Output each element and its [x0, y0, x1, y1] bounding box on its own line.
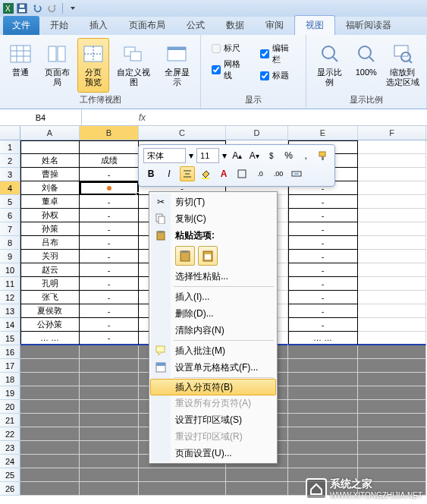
row-header-18[interactable]: 18: [0, 373, 20, 386]
cell[interactable]: [288, 373, 358, 386]
cell[interactable]: -: [288, 263, 358, 277]
col-B[interactable]: B: [80, 126, 139, 140]
cell[interactable]: -: [80, 168, 139, 181]
cell[interactable]: -: [288, 195, 358, 209]
mini-align-center-icon[interactable]: [180, 166, 195, 181]
cell[interactable]: [20, 427, 80, 441]
cell[interactable]: -: [288, 304, 358, 318]
cell[interactable]: 夏侯敦: [20, 304, 80, 318]
zoom-100-button[interactable]: 100%: [350, 38, 382, 93]
cell[interactable]: [80, 140, 139, 154]
mini-font-dropdown-icon[interactable]: ▾: [189, 150, 193, 161]
row-header-16[interactable]: 16: [0, 345, 20, 359]
ctx-insert-pagebreak[interactable]: 插入分页符(B): [150, 379, 276, 395]
cell[interactable]: 孙策: [20, 222, 80, 236]
formula-input[interactable]: [150, 109, 427, 125]
undo-icon[interactable]: [30, 2, 44, 15]
tab-review[interactable]: 审阅: [255, 16, 294, 35]
cell[interactable]: [288, 345, 358, 359]
mini-accounting-format-icon[interactable]: $: [265, 148, 279, 163]
tab-view[interactable]: 视图: [294, 15, 335, 35]
cell[interactable]: -: [80, 291, 139, 304]
ctx-page-setup[interactable]: 页面设置(U)...: [151, 445, 275, 461]
cell[interactable]: [288, 386, 358, 400]
cell[interactable]: [80, 468, 139, 482]
ctx-cut[interactable]: ✂剪切(T): [151, 194, 275, 210]
ctx-delete[interactable]: 删除(D)...: [151, 305, 275, 322]
row-header-7[interactable]: 7: [0, 222, 20, 236]
col-F[interactable]: F: [358, 126, 426, 140]
mini-decrease-decimal-icon[interactable]: .0: [253, 166, 268, 181]
cell[interactable]: [80, 373, 139, 386]
cell[interactable]: 成绩: [80, 154, 139, 168]
row-header-14[interactable]: 14: [0, 318, 20, 332]
mini-fill-color-icon[interactable]: [198, 166, 213, 181]
cell[interactable]: [288, 455, 358, 468]
cell[interactable]: [288, 427, 358, 441]
cell[interactable]: -: [80, 195, 139, 209]
chk-ruler[interactable]: 标尺: [212, 43, 246, 54]
view-fullscreen-button[interactable]: 全屏显示: [158, 38, 196, 93]
mini-size-combo[interactable]: 11: [196, 148, 219, 163]
cell[interactable]: [288, 414, 358, 427]
cell[interactable]: [358, 332, 426, 345]
cell[interactable]: [80, 455, 139, 468]
view-normal-button[interactable]: 普通: [5, 38, 36, 93]
mini-italic-button[interactable]: I: [162, 166, 177, 181]
mini-comma-icon[interactable]: ,: [299, 148, 313, 163]
mini-borders-icon[interactable]: [234, 166, 250, 181]
row-header-20[interactable]: 20: [0, 400, 20, 414]
cell[interactable]: [80, 345, 139, 359]
redo-icon[interactable]: [46, 2, 59, 15]
cell[interactable]: -: [288, 250, 358, 263]
cell[interactable]: [358, 195, 426, 209]
row-header-19[interactable]: 19: [0, 386, 20, 400]
row-header-12[interactable]: 12: [0, 291, 20, 304]
cell[interactable]: 孙权: [20, 209, 80, 222]
row-header-8[interactable]: 8: [0, 236, 20, 250]
row-header-15[interactable]: 15: [0, 332, 20, 345]
cell[interactable]: [358, 400, 426, 414]
cell[interactable]: -: [80, 222, 139, 236]
cell[interactable]: [358, 277, 426, 291]
cell[interactable]: [80, 482, 139, 496]
cell[interactable]: [358, 318, 426, 332]
cell[interactable]: [20, 345, 80, 359]
cell[interactable]: -: [80, 236, 139, 250]
cell[interactable]: 赵云: [20, 263, 80, 277]
cell[interactable]: [20, 468, 80, 482]
cell[interactable]: [358, 222, 426, 236]
cell[interactable]: [80, 427, 139, 441]
cell[interactable]: [358, 250, 426, 263]
row-header-21[interactable]: 21: [0, 414, 20, 427]
cell[interactable]: [20, 455, 80, 468]
zoom-selection-button[interactable]: 缩放到 选定区域: [384, 38, 422, 93]
cell[interactable]: -: [80, 263, 139, 277]
row-header-2[interactable]: 2: [0, 154, 20, 168]
col-D[interactable]: D: [226, 126, 288, 140]
mini-size-dropdown-icon[interactable]: ▾: [222, 150, 227, 161]
cell[interactable]: [358, 427, 426, 441]
cell[interactable]: [80, 181, 139, 195]
ctx-copy[interactable]: 复制(C): [151, 210, 275, 227]
cell[interactable]: 曹操: [20, 168, 80, 181]
row-header-17[interactable]: 17: [0, 359, 20, 373]
ctx-insert-comment[interactable]: 插入批注(M): [151, 342, 275, 359]
cell[interactable]: -: [288, 222, 358, 236]
row-header-5[interactable]: 5: [0, 195, 20, 209]
tab-foxit[interactable]: 福昕阅读器: [335, 16, 402, 35]
row-header-13[interactable]: 13: [0, 304, 20, 318]
select-all-corner[interactable]: [0, 126, 20, 140]
row-header-26[interactable]: 26: [0, 482, 20, 496]
row-header-3[interactable]: 3: [0, 168, 20, 181]
row-header-4[interactable]: 4: [0, 181, 20, 195]
cell[interactable]: [358, 345, 426, 359]
cell[interactable]: -: [288, 318, 358, 332]
cell[interactable]: [288, 359, 358, 373]
tab-home[interactable]: 开始: [39, 16, 79, 35]
cell[interactable]: -: [288, 209, 358, 222]
cell[interactable]: 董卓: [20, 195, 80, 209]
view-custom-button[interactable]: 自定义视图: [111, 38, 156, 93]
mini-merge-icon[interactable]: [289, 166, 304, 181]
cell[interactable]: 公孙策: [20, 318, 80, 332]
